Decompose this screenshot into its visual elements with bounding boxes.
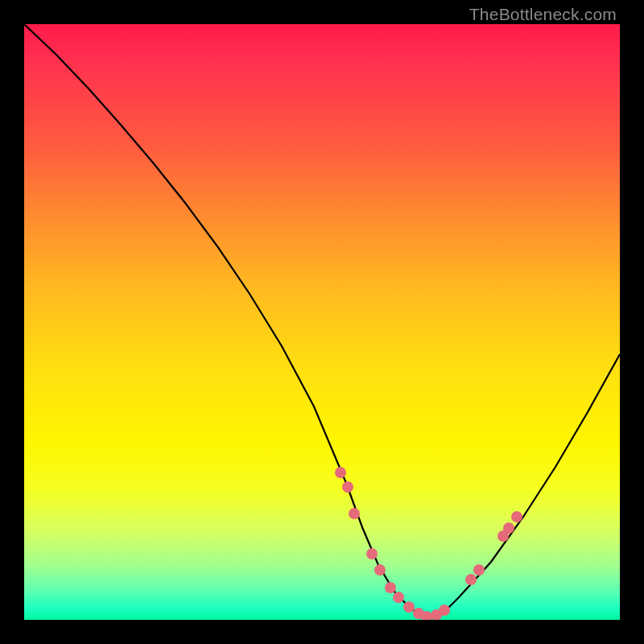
marker-dot xyxy=(366,548,378,559)
marker-dot xyxy=(349,508,360,519)
marker-dot xyxy=(511,511,522,522)
marker-dot xyxy=(473,564,485,576)
marker-dot xyxy=(342,481,353,493)
marker-dot xyxy=(374,564,386,576)
marker-dot xyxy=(393,592,404,603)
marker-dot xyxy=(503,522,514,534)
marker-dot xyxy=(385,582,396,593)
marker-dot xyxy=(403,601,415,613)
marker-dot xyxy=(439,605,450,616)
marker-dot xyxy=(465,574,477,585)
watermark-text: TheBottleneck.com xyxy=(469,5,617,24)
marker-dot xyxy=(335,467,346,478)
chart-container: TheBottleneck.com xyxy=(0,0,644,644)
plot-area xyxy=(24,24,620,620)
chart-svg xyxy=(24,24,620,620)
bottleneck-curve xyxy=(24,24,620,617)
highlight-markers xyxy=(335,467,522,620)
